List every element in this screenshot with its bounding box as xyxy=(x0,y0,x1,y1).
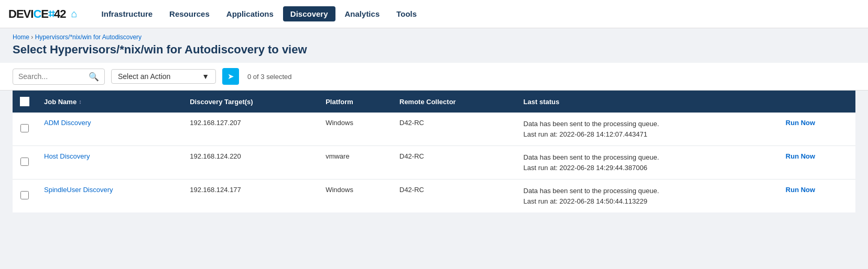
row-last-status: Data has been sent to the processing que… xyxy=(516,180,778,213)
row-action: Run Now xyxy=(778,146,855,180)
row-platform: vmware xyxy=(318,146,392,180)
row-action: Run Now xyxy=(778,180,855,213)
row-job-name: SpindleUser Discovery xyxy=(37,180,182,213)
table-body: ADM Discovery 192.168.127.207 Windows D4… xyxy=(13,113,855,212)
action-dropdown-label: Select an Action xyxy=(118,72,170,81)
row-action: Run Now xyxy=(778,113,855,146)
arrow-icon: ➤ xyxy=(227,72,234,81)
breadcrumb-separator: › xyxy=(31,33,35,41)
action-dropdown[interactable]: Select an Action ▼ xyxy=(111,69,216,84)
nav-links: Infrastructure Resources Applications Di… xyxy=(94,6,425,21)
logo: DEVICE⌗42 ⌂ xyxy=(8,7,82,21)
row-remote-collector: D42-RC xyxy=(392,113,516,146)
home-nav-icon[interactable]: ⌂ xyxy=(71,8,77,20)
row-platform: Windows xyxy=(318,180,392,213)
row-checkbox-2[interactable] xyxy=(20,191,29,199)
brand-name: DEVICE⌗42 xyxy=(8,7,66,21)
row-job-name: ADM Discovery xyxy=(37,113,182,146)
row-last-status: Data has been sent to the processing que… xyxy=(516,146,778,180)
select-all-checkbox[interactable] xyxy=(20,97,29,106)
breadcrumb-area: Home › Hypervisors/*nix/win for Autodisc… xyxy=(0,28,868,63)
row-checkbox-cell xyxy=(13,180,37,213)
nav-tools[interactable]: Tools xyxy=(389,6,424,21)
jobs-table: Job Name ↕ Discovery Target(s) Platform … xyxy=(13,91,855,212)
table-container: Job Name ↕ Discovery Target(s) Platform … xyxy=(0,91,868,225)
row-platform: Windows xyxy=(318,113,392,146)
navbar: DEVICE⌗42 ⌂ Infrastructure Resources App… xyxy=(0,0,868,28)
header-last-status: Last status xyxy=(516,91,778,113)
header-platform: Platform xyxy=(318,91,392,113)
nav-applications[interactable]: Applications xyxy=(219,6,281,21)
table-row: Host Discovery 192.168.124.220 vmware D4… xyxy=(13,146,855,180)
search-icon: 🔍 xyxy=(89,72,99,82)
row-checkbox-cell xyxy=(13,113,37,146)
job-name-link-0[interactable]: ADM Discovery xyxy=(44,119,91,127)
job-name-link-1[interactable]: Host Discovery xyxy=(44,152,90,160)
table-row: SpindleUser Discovery 192.168.124.177 Wi… xyxy=(13,180,855,213)
nav-infrastructure[interactable]: Infrastructure xyxy=(94,6,160,21)
run-now-button-1[interactable]: Run Now xyxy=(786,152,815,160)
selection-count: 0 of 3 selected xyxy=(247,73,292,81)
row-remote-collector: D42-RC xyxy=(392,146,516,180)
job-name-link-2[interactable]: SpindleUser Discovery xyxy=(44,186,113,194)
row-checkbox-cell xyxy=(13,146,37,180)
nav-discovery[interactable]: Discovery xyxy=(283,6,335,21)
header-discovery-targets: Discovery Target(s) xyxy=(182,91,318,113)
action-run-button[interactable]: ➤ xyxy=(222,68,239,85)
chevron-down-icon: ▼ xyxy=(202,72,209,81)
header-job-name: Job Name ↕ xyxy=(37,91,182,113)
page-title: Select Hypervisors/*nix/win for Autodisc… xyxy=(13,41,855,63)
run-now-button-0[interactable]: Run Now xyxy=(786,119,815,127)
breadcrumb: Home › Hypervisors/*nix/win for Autodisc… xyxy=(13,33,855,41)
row-remote-collector: D42-RC xyxy=(392,180,516,213)
search-input[interactable] xyxy=(18,72,86,81)
toolbar: 🔍 Select an Action ▼ ➤ 0 of 3 selected xyxy=(0,63,868,91)
row-discovery-targets: 192.168.127.207 xyxy=(182,113,318,146)
header-actions xyxy=(778,91,855,113)
row-last-status: Data has been sent to the processing que… xyxy=(516,113,778,146)
header-checkbox xyxy=(13,91,37,113)
row-job-name: Host Discovery xyxy=(37,146,182,180)
row-discovery-targets: 192.168.124.177 xyxy=(182,180,318,213)
search-box[interactable]: 🔍 xyxy=(13,69,105,85)
run-now-button-2[interactable]: Run Now xyxy=(786,186,815,194)
breadcrumb-home[interactable]: Home xyxy=(13,33,29,41)
sort-icon[interactable]: ↕ xyxy=(79,98,82,105)
nav-resources[interactable]: Resources xyxy=(162,6,217,21)
breadcrumb-path[interactable]: Hypervisors/*nix/win for Autodiscovery xyxy=(35,33,142,41)
row-checkbox-0[interactable] xyxy=(20,124,29,132)
header-remote-collector: Remote Collector xyxy=(392,91,516,113)
table-header-row: Job Name ↕ Discovery Target(s) Platform … xyxy=(13,91,855,113)
row-checkbox-1[interactable] xyxy=(20,158,29,166)
nav-analytics[interactable]: Analytics xyxy=(338,6,387,21)
row-discovery-targets: 192.168.124.220 xyxy=(182,146,318,180)
table-row: ADM Discovery 192.168.127.207 Windows D4… xyxy=(13,113,855,146)
